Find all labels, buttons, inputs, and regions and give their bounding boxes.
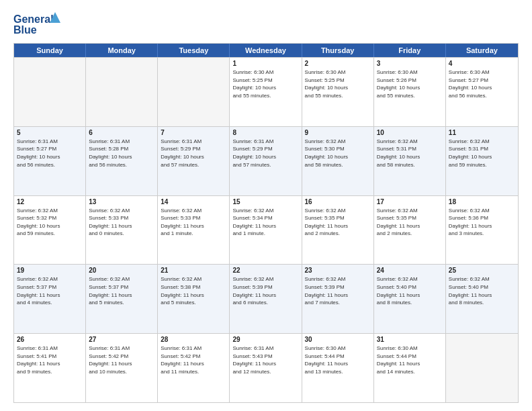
day-number: 26	[17, 336, 83, 343]
cell-info: Sunrise: 6:31 AM Sunset: 5:42 PM Dayligh…	[161, 345, 226, 375]
day-cell-3: 3Sunrise: 6:30 AM Sunset: 5:26 PM Daylig…	[374, 58, 446, 126]
cell-info: Sunrise: 6:32 AM Sunset: 5:30 PM Dayligh…	[305, 138, 371, 169]
header-cell-monday: Monday	[86, 44, 158, 57]
cell-info: Sunrise: 6:30 AM Sunset: 5:44 PM Dayligh…	[305, 345, 371, 375]
day-number: 6	[89, 129, 154, 136]
header: General Blue	[13, 11, 519, 38]
cell-info: Sunrise: 6:32 AM Sunset: 5:31 PM Dayligh…	[377, 138, 443, 169]
svg-text:General: General	[13, 13, 54, 25]
cell-info: Sunrise: 6:32 AM Sunset: 5:35 PM Dayligh…	[377, 207, 443, 238]
page: General Blue SundayMondayTuesdayWednesda…	[0, 0, 532, 411]
day-number: 11	[449, 129, 515, 136]
empty-cell	[14, 58, 86, 126]
day-number: 8	[232, 129, 298, 136]
cell-info: Sunrise: 6:32 AM Sunset: 5:37 PM Dayligh…	[17, 275, 83, 306]
day-cell-28: 28Sunrise: 6:31 AM Sunset: 5:42 PM Dayli…	[158, 334, 230, 402]
day-cell-27: 27Sunrise: 6:31 AM Sunset: 5:42 PM Dayli…	[86, 334, 158, 402]
calendar-row-5: 26Sunrise: 6:31 AM Sunset: 5:41 PM Dayli…	[14, 333, 518, 402]
day-cell-13: 13Sunrise: 6:32 AM Sunset: 5:33 PM Dayli…	[86, 196, 158, 265]
cell-info: Sunrise: 6:32 AM Sunset: 5:38 PM Dayligh…	[161, 275, 226, 306]
day-number: 12	[17, 198, 83, 205]
cell-info: Sunrise: 6:31 AM Sunset: 5:29 PM Dayligh…	[161, 138, 226, 169]
day-number: 19	[17, 267, 83, 274]
day-cell-26: 26Sunrise: 6:31 AM Sunset: 5:41 PM Dayli…	[14, 334, 86, 402]
calendar-row-2: 5Sunrise: 6:31 AM Sunset: 5:27 PM Daylig…	[14, 126, 518, 195]
day-cell-25: 25Sunrise: 6:32 AM Sunset: 5:40 PM Dayli…	[446, 265, 518, 333]
cell-info: Sunrise: 6:30 AM Sunset: 5:26 PM Dayligh…	[377, 68, 443, 99]
svg-text:Blue: Blue	[13, 24, 37, 36]
day-cell-11: 11Sunrise: 6:32 AM Sunset: 5:31 PM Dayli…	[446, 127, 518, 195]
cell-info: Sunrise: 6:31 AM Sunset: 5:42 PM Dayligh…	[89, 345, 154, 375]
day-cell-24: 24Sunrise: 6:32 AM Sunset: 5:40 PM Dayli…	[374, 265, 446, 333]
day-number: 16	[305, 198, 371, 205]
cell-info: Sunrise: 6:32 AM Sunset: 5:31 PM Dayligh…	[449, 138, 515, 169]
cell-info: Sunrise: 6:32 AM Sunset: 5:40 PM Dayligh…	[377, 275, 443, 306]
day-cell-1: 1Sunrise: 6:30 AM Sunset: 5:25 PM Daylig…	[230, 58, 302, 126]
day-cell-4: 4Sunrise: 6:30 AM Sunset: 5:27 PM Daylig…	[446, 58, 518, 126]
cell-info: Sunrise: 6:32 AM Sunset: 5:37 PM Dayligh…	[89, 275, 154, 306]
day-number: 13	[89, 198, 154, 205]
cell-info: Sunrise: 6:31 AM Sunset: 5:29 PM Dayligh…	[232, 138, 298, 169]
cell-info: Sunrise: 6:31 AM Sunset: 5:27 PM Dayligh…	[17, 138, 83, 169]
day-cell-7: 7Sunrise: 6:31 AM Sunset: 5:29 PM Daylig…	[158, 127, 230, 195]
header-cell-wednesday: Wednesday	[230, 44, 302, 57]
day-cell-29: 29Sunrise: 6:31 AM Sunset: 5:43 PM Dayli…	[230, 334, 302, 402]
calendar-row-3: 12Sunrise: 6:32 AM Sunset: 5:32 PM Dayli…	[14, 195, 518, 265]
calendar-row-1: 1Sunrise: 6:30 AM Sunset: 5:25 PM Daylig…	[14, 57, 518, 126]
cell-info: Sunrise: 6:32 AM Sunset: 5:39 PM Dayligh…	[232, 275, 298, 306]
day-number: 4	[449, 60, 515, 67]
cell-info: Sunrise: 6:30 AM Sunset: 5:27 PM Dayligh…	[449, 68, 515, 99]
calendar-row-4: 19Sunrise: 6:32 AM Sunset: 5:37 PM Dayli…	[14, 264, 518, 333]
cell-info: Sunrise: 6:32 AM Sunset: 5:39 PM Dayligh…	[305, 275, 371, 306]
day-cell-2: 2Sunrise: 6:30 AM Sunset: 5:25 PM Daylig…	[302, 58, 374, 126]
cell-info: Sunrise: 6:32 AM Sunset: 5:36 PM Dayligh…	[449, 207, 515, 238]
cell-info: Sunrise: 6:31 AM Sunset: 5:43 PM Dayligh…	[232, 345, 298, 375]
day-number: 14	[161, 198, 226, 205]
day-cell-31: 31Sunrise: 6:30 AM Sunset: 5:44 PM Dayli…	[374, 334, 446, 402]
day-number: 21	[161, 267, 226, 274]
day-cell-30: 30Sunrise: 6:30 AM Sunset: 5:44 PM Dayli…	[302, 334, 374, 402]
empty-cell	[86, 58, 158, 126]
cell-info: Sunrise: 6:32 AM Sunset: 5:33 PM Dayligh…	[161, 207, 226, 238]
day-cell-10: 10Sunrise: 6:32 AM Sunset: 5:31 PM Dayli…	[374, 127, 446, 195]
cell-info: Sunrise: 6:32 AM Sunset: 5:40 PM Dayligh…	[449, 275, 515, 306]
cell-info: Sunrise: 6:31 AM Sunset: 5:28 PM Dayligh…	[89, 138, 154, 169]
empty-cell	[446, 334, 518, 402]
cell-info: Sunrise: 6:31 AM Sunset: 5:41 PM Dayligh…	[17, 345, 83, 375]
day-number: 30	[305, 336, 371, 343]
day-number: 9	[305, 129, 371, 136]
header-cell-saturday: Saturday	[446, 44, 518, 57]
header-cell-sunday: Sunday	[14, 44, 86, 57]
day-cell-5: 5Sunrise: 6:31 AM Sunset: 5:27 PM Daylig…	[14, 127, 86, 195]
cell-info: Sunrise: 6:30 AM Sunset: 5:25 PM Dayligh…	[232, 68, 298, 99]
day-cell-9: 9Sunrise: 6:32 AM Sunset: 5:30 PM Daylig…	[302, 127, 374, 195]
day-cell-23: 23Sunrise: 6:32 AM Sunset: 5:39 PM Dayli…	[302, 265, 374, 333]
day-number: 17	[377, 198, 443, 205]
cell-info: Sunrise: 6:32 AM Sunset: 5:34 PM Dayligh…	[232, 207, 298, 238]
header-cell-friday: Friday	[374, 44, 446, 57]
day-number: 31	[377, 336, 443, 343]
empty-cell	[158, 58, 230, 126]
day-number: 15	[232, 198, 298, 205]
day-cell-15: 15Sunrise: 6:32 AM Sunset: 5:34 PM Dayli…	[230, 196, 302, 265]
day-number: 10	[377, 129, 443, 136]
cell-info: Sunrise: 6:32 AM Sunset: 5:35 PM Dayligh…	[305, 207, 371, 238]
day-cell-22: 22Sunrise: 6:32 AM Sunset: 5:39 PM Dayli…	[230, 265, 302, 333]
day-cell-21: 21Sunrise: 6:32 AM Sunset: 5:38 PM Dayli…	[158, 265, 230, 333]
day-number: 25	[449, 267, 515, 274]
logo-svg: General Blue	[13, 11, 67, 38]
day-number: 29	[232, 336, 298, 343]
logo: General Blue	[13, 11, 67, 38]
day-number: 20	[89, 267, 154, 274]
day-cell-17: 17Sunrise: 6:32 AM Sunset: 5:35 PM Dayli…	[374, 196, 446, 265]
day-cell-8: 8Sunrise: 6:31 AM Sunset: 5:29 PM Daylig…	[230, 127, 302, 195]
header-cell-tuesday: Tuesday	[158, 44, 230, 57]
cell-info: Sunrise: 6:30 AM Sunset: 5:25 PM Dayligh…	[305, 68, 371, 99]
day-cell-19: 19Sunrise: 6:32 AM Sunset: 5:37 PM Dayli…	[14, 265, 86, 333]
calendar: SundayMondayTuesdayWednesdayThursdayFrid…	[13, 43, 519, 403]
day-number: 3	[377, 60, 443, 67]
cell-info: Sunrise: 6:32 AM Sunset: 5:32 PM Dayligh…	[17, 207, 83, 238]
header-cell-thursday: Thursday	[302, 44, 374, 57]
day-cell-16: 16Sunrise: 6:32 AM Sunset: 5:35 PM Dayli…	[302, 196, 374, 265]
cell-info: Sunrise: 6:32 AM Sunset: 5:33 PM Dayligh…	[89, 207, 154, 238]
